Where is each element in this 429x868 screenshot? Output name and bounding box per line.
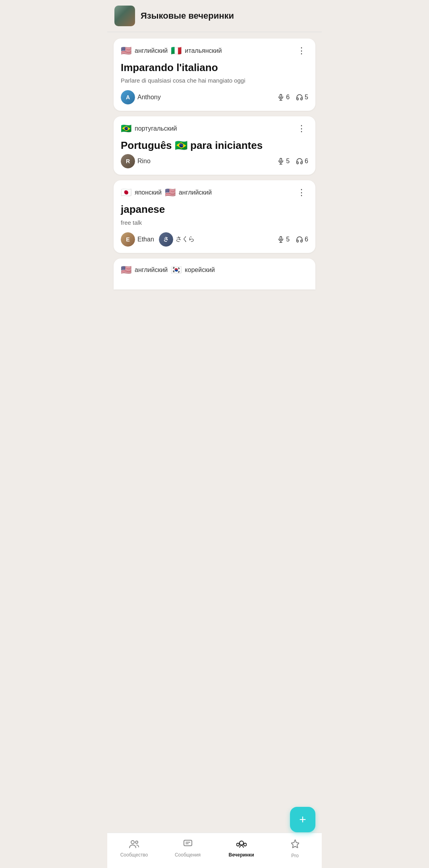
headphone-count-3: 6	[305, 236, 308, 243]
headphone-icon-2	[296, 158, 303, 165]
lang1-name-card4: английский	[135, 266, 168, 274]
user-avatar[interactable]	[114, 6, 135, 26]
host-name-ethan: Ethan	[137, 236, 154, 243]
lang1-name-card1: английский	[135, 47, 168, 54]
host-avatar-rino: R	[121, 154, 135, 168]
card-menu-3[interactable]: ⋮	[295, 187, 308, 198]
headphone-stat-2: 6	[296, 158, 308, 165]
community-icon	[129, 839, 139, 851]
card-hosts-2: R Rino	[121, 154, 151, 168]
headphone-stat-3: 6	[296, 236, 308, 243]
svg-point-14	[240, 841, 243, 845]
card-header-1: 🇺🇸 английский 🇮🇹 итальянский ⋮	[121, 46, 308, 56]
mic-icon-2	[277, 158, 284, 165]
lang2-flag-card3: 🇺🇸	[165, 188, 176, 197]
party-card-4-partial[interactable]: 🇺🇸 английский 🇰🇷 корейский	[114, 258, 315, 289]
card-subtitle-3: free talk	[121, 218, 308, 227]
mic-icon-3	[277, 236, 284, 243]
mic-icon-1	[277, 94, 284, 101]
add-party-fab[interactable]: +	[290, 807, 315, 832]
svg-point-10	[135, 841, 138, 843]
host-avatar-ethan: E	[121, 232, 135, 247]
mic-stat-2: 5	[277, 158, 290, 165]
card-menu-1[interactable]: ⋮	[295, 46, 308, 56]
card-hosts-1: A Anthony	[121, 90, 161, 104]
host-avatar-sakura: さ	[159, 232, 173, 247]
mic-count-2: 5	[286, 158, 290, 165]
parties-icon	[236, 839, 247, 851]
mic-stat-1: 6	[277, 94, 290, 101]
card-subtitle-1: Parlare di qualsiasi cosa che hai mangia…	[121, 76, 308, 85]
pro-label: Pro	[291, 853, 299, 858]
nav-item-messages[interactable]: Сообщения	[161, 837, 214, 861]
app-header: Языковые вечеринки	[107, 0, 322, 32]
lang1-flag-card2: 🇧🇷	[121, 124, 131, 133]
mic-stat-3: 5	[277, 236, 290, 243]
bottom-navigation: Сообщество Сообщения Вечеринки	[107, 833, 322, 868]
svg-marker-17	[291, 840, 299, 848]
party-card-3[interactable]: 🇯🇵 японский 🇺🇸 английский ⋮ japanese fre…	[114, 180, 315, 253]
svg-rect-3	[280, 158, 282, 162]
headphone-count-1: 5	[305, 94, 308, 101]
page-title: Языковые вечеринки	[141, 11, 234, 21]
svg-rect-0	[280, 95, 282, 98]
lang1-name-card2: португальский	[135, 125, 177, 132]
card-stats-2: 5 6	[277, 158, 308, 165]
lang2-name-card1: итальянский	[185, 47, 222, 54]
svg-rect-6	[280, 236, 282, 239]
community-label: Сообщество	[120, 852, 148, 858]
pro-icon	[291, 839, 299, 851]
host-avatar-anthony: A	[121, 90, 135, 104]
lang2-name-card3: английский	[179, 189, 212, 196]
nav-item-pro[interactable]: Pro	[268, 837, 322, 861]
lang2-name-card4: корейский	[185, 266, 215, 274]
card-langs-1: 🇺🇸 английский 🇮🇹 итальянский	[121, 46, 222, 55]
card-title-1: Imparando l'italiano	[121, 62, 308, 74]
card-footer-3: E Ethan さ さくら 5	[121, 232, 308, 247]
card-menu-2[interactable]: ⋮	[295, 123, 308, 134]
party-card-1[interactable]: 🇺🇸 английский 🇮🇹 итальянский ⋮ Imparando…	[114, 39, 315, 111]
svg-rect-11	[184, 840, 192, 846]
headphone-icon-3	[296, 236, 303, 243]
lang1-flag-card4: 🇺🇸	[121, 266, 131, 274]
headphone-icon-1	[296, 94, 303, 101]
card-hosts-3: E Ethan さ さくら	[121, 232, 195, 247]
parties-label: Вечеринки	[228, 852, 254, 858]
nav-item-parties[interactable]: Вечеринки	[214, 837, 268, 861]
lang2-flag-card1: 🇮🇹	[171, 46, 182, 55]
svg-point-9	[131, 841, 134, 844]
card-footer-1: A Anthony 6	[121, 90, 308, 104]
card-langs-3: 🇯🇵 японский 🇺🇸 английский	[121, 188, 212, 197]
headphone-stat-1: 5	[296, 94, 308, 101]
host-name-sakura: さくら	[176, 235, 195, 243]
svg-point-16	[243, 843, 246, 846]
card-stats-1: 6 5	[277, 94, 308, 101]
card-footer-2: R Rino 5	[121, 154, 308, 168]
lang2-flag-card4: 🇰🇷	[171, 266, 182, 274]
lang1-flag-card1: 🇺🇸	[121, 46, 131, 55]
mic-count-1: 6	[286, 94, 290, 101]
host-name-rino: Rino	[137, 158, 151, 165]
svg-point-15	[236, 843, 239, 846]
messages-icon	[183, 839, 193, 851]
card-title-2: Português 🇧🇷 para iniciantes	[121, 139, 308, 152]
content-area: 🇺🇸 английский 🇮🇹 итальянский ⋮ Imparando…	[107, 32, 322, 833]
card-header-3: 🇯🇵 японский 🇺🇸 английский ⋮	[121, 187, 308, 198]
party-card-2[interactable]: 🇧🇷 португальский ⋮ Português 🇧🇷 para ini…	[114, 116, 315, 175]
messages-label: Сообщения	[175, 852, 201, 858]
host-name-anthony: Anthony	[137, 94, 161, 101]
mic-count-3: 5	[286, 236, 290, 243]
card-langs-2: 🇧🇷 португальский	[121, 124, 177, 133]
card-stats-3: 5 6	[277, 236, 308, 243]
lang1-name-card3: японский	[135, 189, 162, 196]
card-header-2: 🇧🇷 португальский ⋮	[121, 123, 308, 134]
card-header-4: 🇺🇸 английский 🇰🇷 корейский	[121, 266, 308, 274]
lang1-flag-card3: 🇯🇵	[121, 188, 131, 197]
nav-item-community[interactable]: Сообщество	[107, 837, 161, 861]
card-langs-4: 🇺🇸 английский 🇰🇷 корейский	[121, 266, 215, 274]
card-title-3: japanese	[121, 203, 308, 216]
headphone-count-2: 6	[305, 158, 308, 165]
